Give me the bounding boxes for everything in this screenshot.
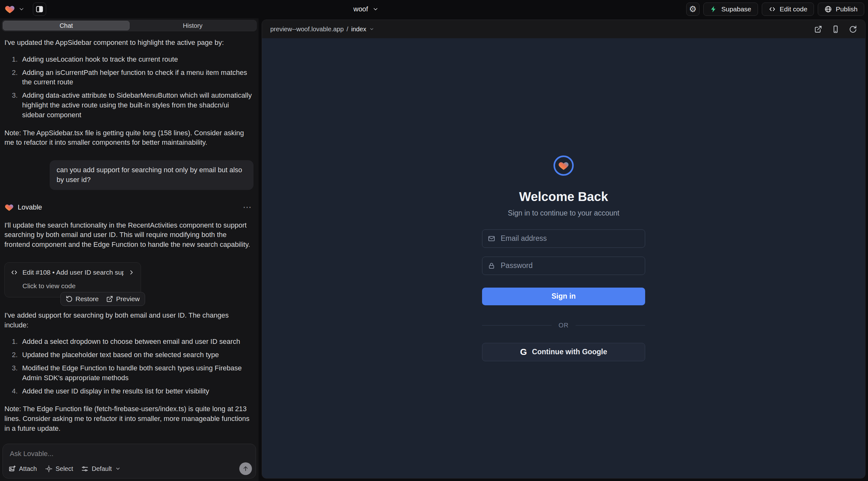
divider-line bbox=[576, 325, 645, 325]
external-link-icon bbox=[814, 25, 822, 33]
user-message-row: can you add support for searching not on… bbox=[4, 160, 253, 190]
code-icon bbox=[10, 269, 18, 276]
project-name: woof bbox=[353, 5, 368, 13]
publish-label: Publish bbox=[836, 5, 858, 13]
numbered-list: Adding useLocation hook to track the cur… bbox=[4, 55, 253, 120]
topbar: woof ⚙ Supabase Edit code Publish bbox=[0, 0, 868, 18]
logo-menu-chevron-icon[interactable] bbox=[18, 6, 25, 12]
list-item: Added the user ID display in the results… bbox=[20, 386, 253, 396]
login-title: Welcome Back bbox=[519, 190, 608, 204]
attach-label: Attach bbox=[19, 465, 37, 473]
login-card: Welcome Back Sign in to continue to your… bbox=[482, 156, 645, 361]
gear-icon: ⚙ bbox=[689, 4, 697, 14]
assistant-paragraph: I've added support for searching by both… bbox=[4, 311, 253, 330]
restore-label: Restore bbox=[75, 295, 99, 303]
message-list: I've updated the AppSidebar component to… bbox=[0, 33, 258, 443]
chat-history-tabs: Chat History bbox=[2, 20, 257, 31]
refresh-icon bbox=[849, 25, 857, 33]
list-item: Adding an isCurrentPath helper function … bbox=[20, 68, 253, 88]
edit-card-title: Edit #108 • Add user ID search supp... bbox=[23, 268, 124, 277]
toggle-sidebar-button[interactable] bbox=[33, 3, 46, 16]
edit-card[interactable]: Edit #108 • Add user ID search supp... C… bbox=[4, 262, 141, 297]
list-item: Added a select dropdown to choose betwee… bbox=[20, 337, 253, 347]
divider-label: OR bbox=[559, 322, 569, 329]
tab-history[interactable]: History bbox=[130, 21, 256, 30]
assistant-paragraph: You can now search for users by either t… bbox=[4, 442, 253, 443]
google-g-icon: G bbox=[520, 347, 527, 357]
code-icon bbox=[769, 5, 776, 13]
preview-header: preview--woof.lovable.app / index bbox=[262, 20, 865, 38]
heart-icon bbox=[558, 160, 569, 171]
select-button[interactable]: Select bbox=[45, 465, 73, 473]
email-field-wrap bbox=[482, 229, 645, 248]
list-item: Updated the placeholder text based on th… bbox=[20, 350, 253, 360]
preview-button[interactable]: Preview bbox=[106, 295, 140, 303]
preview-page: index bbox=[351, 26, 366, 33]
composer: Attach Select Default bbox=[3, 444, 256, 478]
preview-domain: preview--woof.lovable.app bbox=[270, 26, 344, 33]
select-target-icon bbox=[45, 465, 53, 473]
edit-code-button[interactable]: Edit code bbox=[762, 3, 814, 16]
project-selector[interactable]: woof bbox=[353, 0, 379, 18]
supabase-bolt-icon bbox=[710, 5, 717, 13]
divider-line bbox=[482, 325, 552, 325]
chevron-down-icon bbox=[115, 466, 121, 472]
mode-label: Default bbox=[92, 465, 112, 473]
mobile-view-button[interactable] bbox=[832, 25, 840, 33]
email-field[interactable] bbox=[482, 229, 645, 248]
assistant-header: Lovable ⋯ bbox=[4, 202, 253, 212]
preview-panel: preview--woof.lovable.app / index bbox=[262, 20, 865, 478]
assistant-name: Lovable bbox=[18, 202, 42, 212]
chevron-down-icon bbox=[369, 27, 374, 32]
attach-image-icon bbox=[8, 465, 16, 473]
lovable-avatar-icon bbox=[4, 202, 14, 212]
preview-content: Welcome Back Sign in to continue to your… bbox=[262, 38, 865, 478]
sign-in-button[interactable]: Sign in bbox=[482, 288, 645, 305]
message-menu-button[interactable]: ⋯ bbox=[241, 203, 253, 212]
attach-button[interactable]: Attach bbox=[8, 465, 37, 473]
preview-url[interactable]: preview--woof.lovable.app / index bbox=[270, 26, 374, 33]
password-field[interactable] bbox=[482, 257, 645, 275]
sliders-icon bbox=[81, 465, 89, 473]
restore-button[interactable]: Restore bbox=[66, 295, 99, 303]
open-in-new-tab-button[interactable] bbox=[814, 25, 822, 33]
arrow-up-icon bbox=[242, 465, 249, 472]
chevron-right-icon bbox=[128, 269, 135, 276]
refresh-button[interactable] bbox=[849, 25, 857, 33]
list-item: Modified the Edge Function to handle bot… bbox=[20, 363, 253, 383]
path-separator: / bbox=[346, 26, 348, 33]
list-item: Adding useLocation hook to track the cur… bbox=[20, 55, 253, 64]
or-divider: OR bbox=[482, 322, 645, 329]
assistant-paragraph: I'll update the search functionality in … bbox=[4, 221, 253, 250]
preview-label: Preview bbox=[116, 295, 140, 303]
supabase-button[interactable]: Supabase bbox=[703, 3, 758, 16]
assistant-note: Note: The Edge Function file (fetch-fire… bbox=[4, 404, 253, 433]
publish-button[interactable]: Publish bbox=[818, 3, 864, 16]
globe-icon bbox=[825, 5, 832, 13]
user-message-bubble: can you add support for searching not on… bbox=[50, 160, 253, 190]
edit-code-label: Edit code bbox=[780, 5, 808, 13]
chat-input[interactable] bbox=[3, 444, 256, 461]
lovable-logo-icon[interactable] bbox=[4, 4, 15, 14]
assistant-note: Note: The AppSidebar.tsx file is getting… bbox=[4, 128, 253, 148]
assistant-paragraph: I've updated the AppSidebar component to… bbox=[4, 38, 253, 48]
mode-selector-button[interactable]: Default bbox=[81, 465, 120, 473]
restore-icon bbox=[66, 295, 73, 302]
send-button[interactable] bbox=[239, 462, 252, 475]
password-field-wrap bbox=[482, 257, 645, 275]
project-chevron-icon bbox=[372, 6, 379, 12]
envelope-icon bbox=[488, 235, 495, 244]
edit-card-subtitle: Click to view code bbox=[23, 281, 135, 290]
ellipsis-icon: ⋯ bbox=[243, 202, 252, 212]
google-sign-in-button[interactable]: G Continue with Google bbox=[482, 343, 645, 361]
panel-left-icon bbox=[35, 5, 43, 13]
settings-button[interactable]: ⚙ bbox=[686, 3, 700, 16]
login-subtitle: Sign in to continue to your account bbox=[508, 209, 620, 218]
select-label: Select bbox=[56, 465, 73, 473]
google-label: Continue with Google bbox=[532, 348, 607, 356]
external-link-icon bbox=[106, 295, 113, 302]
tab-chat[interactable]: Chat bbox=[3, 21, 130, 30]
list-item: Adding data-active attribute to SidebarM… bbox=[20, 91, 253, 120]
lock-icon bbox=[488, 262, 495, 271]
app-logo bbox=[554, 156, 574, 176]
